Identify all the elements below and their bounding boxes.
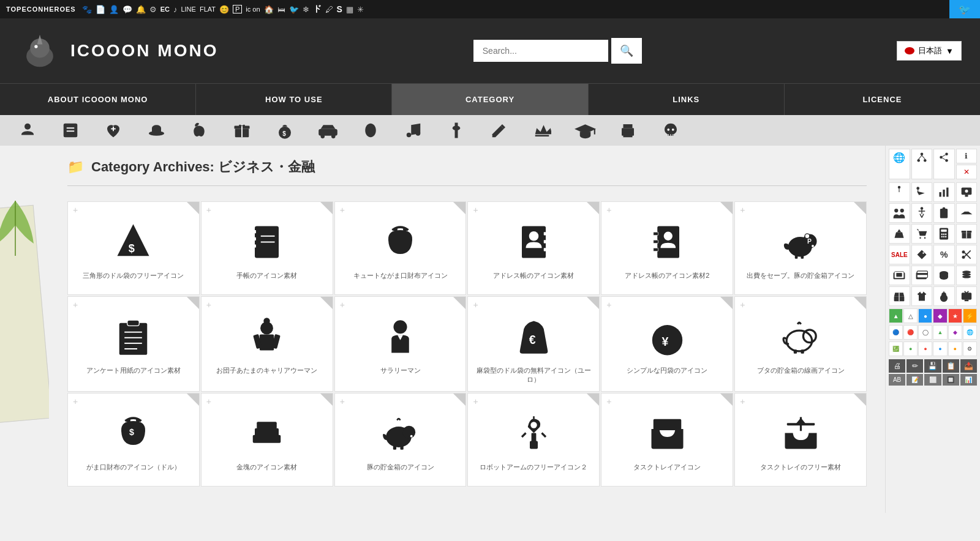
topbar-icon-star[interactable]: ✳ xyxy=(357,5,364,14)
topbar-icon-8[interactable]: 😊 xyxy=(219,5,229,14)
icon-card-8[interactable]: + お団子あたまのキャリアウーマン xyxy=(201,296,333,392)
cat-icon-person[interactable] xyxy=(12,121,43,140)
topbar-icon-grid[interactable]: ▦ xyxy=(346,5,353,14)
sidebar-item-handshake[interactable] xyxy=(956,203,977,223)
sidebar-item-cart[interactable] xyxy=(911,224,932,244)
topbar-icon-13[interactable]: 🖊 xyxy=(325,5,333,14)
topbar-icon-1[interactable]: 🐾 xyxy=(82,5,92,14)
topbar-icon-12[interactable]: ❄ xyxy=(303,5,309,14)
sidebar-btn-info[interactable]: ℹ xyxy=(956,149,978,163)
sidebar-color2-3[interactable]: ◯ xyxy=(918,325,932,340)
topbar-icon-9[interactable]: 🏠 xyxy=(264,5,274,14)
sidebar-item-coins[interactable] xyxy=(933,266,954,285)
sidebar-item-monitor[interactable] xyxy=(956,182,977,202)
icon-card-17[interactable]: + タスクトレイアイコン xyxy=(601,393,733,487)
topbar-icon-2[interactable]: 📄 xyxy=(96,5,105,14)
sidebar-color-1[interactable]: ▲ xyxy=(889,308,903,323)
cat-icon-lighthouse[interactable] xyxy=(441,121,472,140)
cat-icon-printer[interactable] xyxy=(612,121,643,140)
topbar-icon-ec[interactable]: EC xyxy=(160,6,170,13)
topbar-icon-5[interactable]: 🔔 xyxy=(136,5,146,14)
cat-icon-pencil[interactable] xyxy=(484,121,514,140)
search-button[interactable]: 🔍 xyxy=(611,38,642,64)
sidebar-color-6[interactable]: ⚡ xyxy=(963,308,977,323)
sidebar-item-scissors[interactable] xyxy=(956,245,977,264)
topbar-icon-10[interactable]: 🛏 xyxy=(277,5,285,14)
topbar-icon-dr[interactable]: ド xyxy=(313,4,322,15)
nav-category[interactable]: CATEGORY xyxy=(392,84,588,115)
icon-card-16[interactable]: + ロボットアームのフリーアイコン２ xyxy=(467,393,600,487)
sidebar-color-5[interactable]: ★ xyxy=(948,308,962,323)
topbar-icon-3[interactable]: 👤 xyxy=(109,5,119,14)
topbar-icon-icon[interactable]: ic on xyxy=(246,6,260,13)
sidebar-item-person-raise[interactable] xyxy=(911,203,932,223)
sidebar-action-1[interactable]: 🖨 xyxy=(889,359,905,373)
sidebar-color2-5[interactable]: ◆ xyxy=(948,325,962,340)
cat-icon-graduation[interactable] xyxy=(570,121,600,140)
sidebar-item-percent[interactable]: % xyxy=(933,245,954,264)
sidebar-item-walk[interactable] xyxy=(889,182,910,202)
sidebar-color3-6[interactable]: ⚙ xyxy=(963,341,977,356)
icon-card-1[interactable]: + $ 三角形のドル袋のフリーアイコン xyxy=(67,201,200,295)
cat-icon-skull[interactable] xyxy=(655,121,686,140)
search-input[interactable] xyxy=(473,40,608,62)
topbar-icon-11[interactable]: 🐦 xyxy=(289,5,299,14)
sidebar-action-3[interactable]: 💾 xyxy=(924,359,941,373)
sidebar-item-calculator[interactable] xyxy=(933,224,954,244)
icon-card-14[interactable]: + 金塊のアイコン素材 xyxy=(201,393,333,487)
sidebar-color3-3[interactable]: ● xyxy=(918,341,932,356)
icon-card-11[interactable]: + ¥ シンプルな円袋のアイコン xyxy=(601,296,733,392)
sidebar-color3-1[interactable]: 💹 xyxy=(889,341,903,356)
sidebar-color-4[interactable]: ◆ xyxy=(933,308,947,323)
cat-icon-money-bag[interactable]: $ xyxy=(270,121,300,140)
cat-icon-music[interactable] xyxy=(398,121,429,140)
sidebar-action-6[interactable]: AB xyxy=(889,374,905,386)
cat-icon-crown[interactable] xyxy=(527,121,557,140)
sidebar-item-coins-stack[interactable] xyxy=(956,266,977,285)
icon-card-3[interactable]: + キュートながま口財布アイコン xyxy=(334,201,467,295)
sidebar-item-carry[interactable] xyxy=(911,182,932,202)
cat-icon-hat[interactable] xyxy=(141,121,172,140)
nav-licence[interactable]: LICENCE xyxy=(785,84,980,115)
icon-card-10[interactable]: + € 麻袋型のドル袋の無料アイコン（ユーロ） xyxy=(467,296,600,392)
sidebar-item-shirt[interactable] xyxy=(911,286,932,306)
sidebar-color2-6[interactable]: 🌐 xyxy=(963,325,977,340)
topbar-icon-line[interactable]: LINE xyxy=(181,6,195,13)
sidebar-action-5[interactable]: 📤 xyxy=(960,359,977,373)
sidebar-action-10[interactable]: 📊 xyxy=(960,374,977,386)
icon-card-2[interactable]: + 手帳のアイコン素材 xyxy=(201,201,333,295)
sidebar-item-clipboard-chart[interactable] xyxy=(933,203,954,223)
sidebar-color-3[interactable]: ● xyxy=(918,308,932,323)
twitter-button[interactable]: 🐦 xyxy=(949,0,980,18)
sidebar-btn-network[interactable] xyxy=(911,149,933,179)
icon-card-6[interactable]: + P 出費をセーブ。豚の貯金箱アイコン xyxy=(734,201,867,295)
topbar-icon-6[interactable]: ⚙ xyxy=(149,5,157,14)
icon-card-5[interactable]: + アドレス帳のアイコン素材2 xyxy=(601,201,733,295)
sidebar-color2-1[interactable]: 🔵 xyxy=(889,325,903,340)
sidebar-action-4[interactable]: 📋 xyxy=(943,359,959,373)
sidebar-item-price-tags[interactable] xyxy=(911,245,932,264)
sidebar-item-group[interactable] xyxy=(889,203,910,223)
nav-links[interactable]: LINKS xyxy=(589,84,785,115)
sidebar-item-sale[interactable]: SALE xyxy=(889,245,910,264)
nav-how-to-use[interactable]: HOW TO USE xyxy=(196,84,392,115)
sidebar-btn-share[interactable] xyxy=(933,149,955,179)
sidebar-color3-2[interactable]: ● xyxy=(903,341,918,356)
topbar-icon-7[interactable]: ♪ xyxy=(173,5,178,14)
sidebar-item-cards[interactable] xyxy=(911,266,932,285)
sidebar-item-pear[interactable] xyxy=(933,286,954,306)
sidebar-action-9[interactable]: 🔲 xyxy=(943,374,959,386)
cat-icon-food[interactable] xyxy=(355,121,386,140)
cat-icon-car[interactable] xyxy=(312,121,343,140)
cat-icon-apple[interactable] xyxy=(184,121,214,140)
sidebar-color-2[interactable]: △ xyxy=(903,308,918,323)
sidebar-item-bills[interactable] xyxy=(889,266,910,285)
sidebar-action-8[interactable]: ⬜ xyxy=(924,374,941,386)
sidebar-color3-5[interactable]: ● xyxy=(948,341,962,356)
topbar-icon-4[interactable]: 💬 xyxy=(123,5,132,14)
icon-card-13[interactable]: + $ がま口財布のアイコン（ドル） xyxy=(67,393,200,487)
language-selector[interactable]: 日本語 ▼ xyxy=(897,41,962,61)
sidebar-btn-close[interactable]: ✕ xyxy=(956,165,978,179)
topbar-icon-flat[interactable]: FLAT xyxy=(200,6,216,13)
topbar-icon-s[interactable]: S xyxy=(337,4,342,14)
